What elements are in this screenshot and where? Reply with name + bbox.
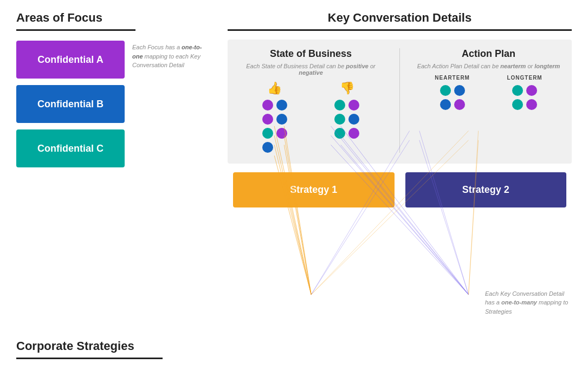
neg-dot-teal-1 [334,100,345,111]
longterm-dots [512,85,537,110]
neg-dot-purple-2 [348,128,359,139]
section-divider [399,48,400,153]
strategy-2-box[interactable]: Strategy 2 [405,172,567,207]
sob-title: State of Business [238,48,383,60]
focus-annotation: Each Focus has a one-to-one mapping to e… [132,41,203,70]
lt-row-1 [512,85,537,96]
longterm-col: LONGTERM [507,75,542,110]
positive-col: 👍 [262,81,287,153]
neg-dots-row-3 [334,128,359,139]
annotation-bottom-right: Each Key Conversation Detail has a one-t… [485,289,572,316]
dot-purple-3 [276,128,287,139]
sob-section: State of Business Each State of Business… [238,48,383,153]
areas-of-focus-title: Areas of Focus [16,11,228,25]
sob-columns: 👍 [238,81,383,153]
dot-teal-1 [262,128,273,139]
nt-dot-purple-1 [454,99,465,110]
dot-blue-1 [276,100,287,111]
strategy-1-box[interactable]: Strategy 1 [233,172,395,207]
dot-blue-2 [276,114,287,125]
left-panel: Areas of Focus Confidential A Each Focus… [16,11,228,359]
neg-dot-purple-1 [348,100,359,111]
key-conv-box: State of Business Each State of Business… [228,40,572,164]
dot-purple-2 [262,114,273,125]
areas-title-underline [16,29,135,31]
right-wrapper: State of Business Each State of Business… [228,40,572,359]
nt-row-1 [440,85,465,96]
dots-row-1 [262,100,287,111]
nearterm-dots [440,85,465,110]
lt-dot-teal-2 [512,99,523,110]
dot-purple-1 [262,100,273,111]
thumbs-down-icon: 👎 [340,81,354,95]
corp-strategies-title: Corporate Strategies [16,339,228,353]
svg-line-5 [284,145,311,294]
sob-subtitle: Each State of Business Detail can be pos… [238,63,383,76]
nt-dot-blue-1 [454,85,465,96]
strategy-row: Strategy 1 Strategy 2 [228,172,572,207]
lt-dot-teal-1 [512,85,523,96]
thumbs-up-icon: 👍 [267,81,282,95]
ap-subtitle: Each Action Plan Detail can be nearterm … [416,63,561,69]
nt-dot-teal-1 [440,85,451,96]
focus-area-row-a: Confidential A Each Focus has a one-to-o… [16,41,228,79]
dots-row-4 [262,142,287,153]
negative-dots [334,100,359,139]
svg-line-12 [341,145,469,294]
nt-dot-blue-2 [440,99,451,110]
neg-dots-row-2 [334,114,359,125]
ap-columns: NEARTERM [416,75,561,110]
neg-dot-teal-3 [334,128,345,139]
ap-title: Action Plan [416,48,561,60]
right-title-underline [228,29,572,31]
svg-line-4 [274,145,311,294]
nt-row-2 [440,99,465,110]
focus-box-b[interactable]: Confidential B [16,85,125,123]
ap-section: Action Plan Each Action Plan Detail can … [416,48,561,153]
neg-dot-teal-2 [334,114,345,125]
lt-dot-purple-1 [526,85,537,96]
dots-row-3 [262,128,287,139]
corporate-strategies-section: Corporate Strategies [16,328,228,359]
nearterm-col: NEARTERM [435,75,470,110]
svg-line-11 [331,145,469,294]
focus-area-row-c: Confidential C [16,129,228,167]
areas-of-focus-section: Areas of Focus Confidential A Each Focus… [16,11,228,174]
neg-dots-row-1 [334,100,359,111]
dots-row-2 [262,114,287,125]
focus-box-c[interactable]: Confidential C [16,129,125,167]
page-container: Areas of Focus Confidential A Each Focus… [0,0,588,370]
key-conversation-title: Key Conversation Details [228,11,572,25]
dot-blue-3 [262,142,273,153]
lt-dot-purple-2 [526,99,537,110]
negative-col: 👎 [334,81,359,153]
right-panel: Key Conversation Details State of Busine… [228,11,572,359]
corp-underline [16,358,163,359]
neg-dot-blue-1 [348,114,359,125]
focus-box-a[interactable]: Confidential A [16,41,125,79]
positive-dots [262,100,287,153]
lt-row-2 [512,99,537,110]
nearterm-label: NEARTERM [435,75,470,81]
focus-area-row-b: Confidential B [16,85,228,123]
longterm-label: LONGTERM [507,75,542,81]
